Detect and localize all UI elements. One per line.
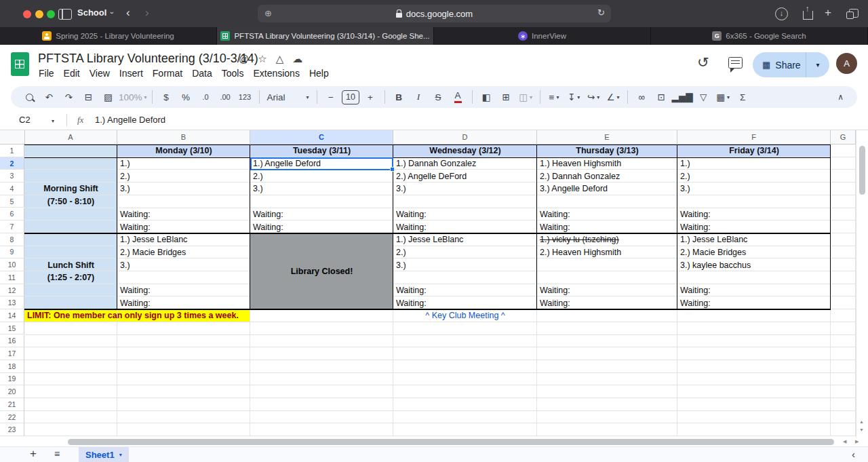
sidebar-toggle-icon[interactable] [58,9,72,20]
menu-extensions[interactable]: Extensions [248,66,304,80]
menu-file[interactable]: File [34,66,59,80]
formula-bar-content[interactable]: 1.) Angelle Deford [95,115,165,125]
row-header-20[interactable]: 20 [0,385,24,398]
cell-B13[interactable]: Waiting: [117,296,250,309]
cell-F3[interactable]: 2.) [677,170,831,182]
merge-cells-icon[interactable]: ◫▾ [517,88,535,106]
row-header-11[interactable]: 11 [0,271,24,284]
format-currency-button[interactable]: $ [157,88,176,106]
insert-comment-icon[interactable]: ⊡ [652,88,671,106]
browser-tab[interactable]: Spring 2025 - Library Volunteering [0,27,217,45]
share-dropdown-caret[interactable]: ▾ [806,61,829,69]
cell-E12[interactable]: Waiting: [537,284,677,297]
borders-icon[interactable]: ⊞ [497,88,515,106]
row-header-8[interactable]: 8 [0,233,24,246]
insert-link-icon[interactable]: ∞ [633,88,651,106]
day-header-cell[interactable]: Monday (3/10) [117,145,250,157]
column-header-D[interactable]: D [393,130,537,144]
menu-insert[interactable]: Insert [115,66,148,80]
undo-icon[interactable]: ↶ [40,88,58,106]
insert-chart-icon[interactable]: ▂▅▇ [672,88,693,106]
sheets-logo-icon[interactable] [11,52,29,76]
strikethrough-button[interactable]: S [429,88,448,106]
name-box[interactable]: C2 [19,115,31,125]
bold-button[interactable]: B [390,88,408,106]
page-title[interactable]: PFTSTA Library Volunteering (3/10-3/14) [38,52,258,66]
menu-tools[interactable]: Tools [217,66,249,80]
cell-F9[interactable]: 2.) Macie Bridges [677,246,831,259]
vertical-scrollbar-thumb[interactable] [859,146,865,195]
cell-B12[interactable]: Waiting: [117,284,250,297]
address-bar[interactable]: ⊕ docs.google.com ↻ [258,5,611,22]
cell-F4[interactable]: 3.) [677,182,831,195]
at-icon[interactable]: @ [239,53,249,65]
row-header-12[interactable]: 12 [0,284,24,297]
print-icon[interactable]: ⊟ [79,88,98,106]
cell-A4[interactable]: Morning Shift [24,182,117,195]
row-header-23[interactable]: 23 [0,423,24,436]
grid-corner[interactable] [0,130,25,145]
move-icon[interactable]: △ [276,53,284,65]
redo-icon[interactable]: ↷ [60,88,78,106]
text-color-button[interactable]: A [449,88,467,106]
row-header-5[interactable]: 5 [0,195,24,208]
italic-button[interactable]: I [410,88,428,106]
cell-F7[interactable]: Waiting: [677,220,831,233]
cell-E8[interactable]: 1.) vicky lu (tszching) [537,233,677,246]
column-header-A[interactable]: A [24,130,117,144]
day-header-cell[interactable]: Tuesday (3/11) [250,145,393,157]
decrease-font-size-button[interactable]: − [322,88,340,106]
cell-F10[interactable]: 3.) kaylee bacchus [677,258,831,271]
cell-B10[interactable]: 3.) [117,258,250,271]
vertical-align-icon[interactable]: ↧▾ [565,88,583,106]
cell-F2[interactable]: 1.) [677,157,831,170]
cell-A5[interactable]: (7:50 - 8:10) [24,195,117,208]
share-button[interactable]: ▦ Share ▾ [753,52,829,77]
avatar[interactable]: A [836,53,857,74]
sheet-tab-caret-icon[interactable]: ▾ [119,452,122,458]
increase-decimal-button[interactable]: .00 [216,88,235,106]
downloads-icon[interactable]: ↓ [775,7,788,20]
cell-C4[interactable]: 3.) [250,182,393,195]
cell-F12[interactable]: Waiting: [677,284,831,297]
active-cell-selection[interactable] [250,157,393,171]
row-header-6[interactable]: 6 [0,208,24,221]
collapse-panel-icon[interactable]: ‹ [852,448,855,460]
row-header-3[interactable]: 3 [0,170,24,182]
cloud-saved-icon[interactable]: ☁ [292,53,302,65]
minimize-window-button[interactable] [35,10,43,18]
row-header-9[interactable]: 9 [0,246,24,259]
new-tab-icon[interactable]: + [825,6,831,20]
increase-font-size-button[interactable]: + [361,88,380,106]
column-header-F[interactable]: F [677,130,831,144]
scroll-right-icon[interactable]: ▶ [855,439,859,444]
cell-E2[interactable]: 1.) Heaven Highsmith [537,157,677,170]
cell-E4[interactable]: 3.) Angelle Deford [537,182,677,195]
cell-B2[interactable]: 1.) [117,157,250,170]
cell-E9[interactable]: 2.) Heaven Highsmith [537,246,677,259]
cell-D12[interactable]: Waiting: [393,284,537,297]
limit-note[interactable]: LIMIT: One member can only sign up 3 tim… [24,309,250,322]
cell-D3[interactable]: 2.) Angelle DeFord [393,170,537,182]
fill-color-icon[interactable]: ◧ [477,88,496,106]
horizontal-align-icon[interactable]: ≡▾ [545,88,564,106]
cell-F13[interactable]: Waiting: [677,296,831,309]
cell-D2[interactable]: 1.) Dannah Gonzalez [393,157,537,170]
number-format-button[interactable]: 123 [236,88,254,106]
cell-D6[interactable]: Waiting: [393,208,537,221]
cell-D13[interactable]: Waiting: [393,296,537,309]
cell-C7[interactable]: Waiting: [250,220,393,233]
all-sheets-menu-icon[interactable]: ≡ [54,448,60,459]
tab-overview-icon[interactable] [849,9,859,18]
cell-E7[interactable]: Waiting: [537,220,677,233]
row-header-19[interactable]: 19 [0,373,24,386]
cell-A11[interactable]: (1:25 - 2:07) [24,271,117,284]
day-header-cell[interactable]: Thursday (3/13) [537,145,677,157]
cell-E13[interactable]: Waiting: [537,296,677,309]
zoom-select[interactable]: 100%▾ [119,88,147,106]
cell-F8[interactable]: 1.) Jesse LeBlanc [677,233,831,246]
menu-edit[interactable]: Edit [59,66,85,80]
browser-tab[interactable]: ∗InnerView [434,27,651,45]
cell-B7[interactable]: Waiting: [117,220,250,233]
row-header-17[interactable]: 17 [0,347,24,360]
